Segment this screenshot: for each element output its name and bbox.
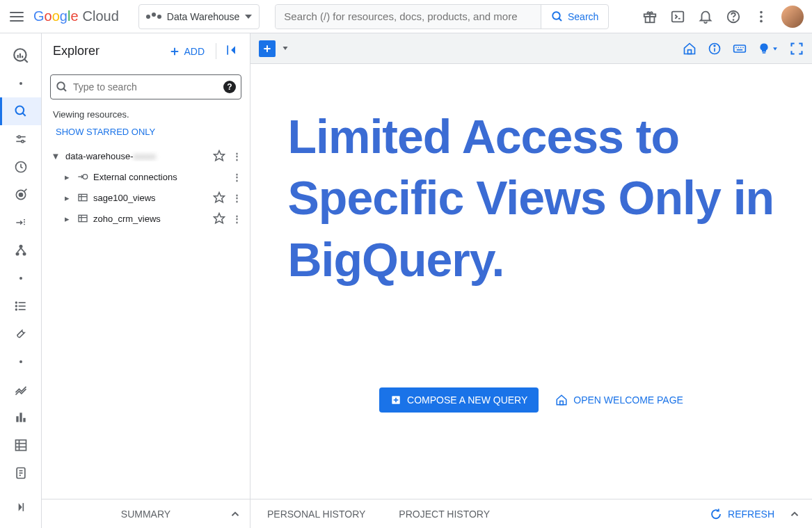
expand-arrow-icon[interactable]: ▸ bbox=[61, 214, 72, 224]
rail-doc[interactable] bbox=[0, 459, 41, 487]
rail-transfer[interactable] bbox=[0, 209, 41, 237]
add-button[interactable]: ADD bbox=[168, 45, 205, 58]
star-icon[interactable] bbox=[213, 150, 225, 162]
tab-dropdown[interactable] bbox=[281, 43, 289, 54]
tree-item-zoho[interactable]: ▸ zoho_crm_views ⋮ bbox=[47, 208, 244, 229]
home-icon[interactable] bbox=[683, 42, 696, 56]
dataset-icon bbox=[77, 192, 89, 203]
svg-point-75 bbox=[740, 47, 742, 48]
rail-target[interactable] bbox=[0, 181, 41, 209]
rail-grid[interactable] bbox=[0, 431, 41, 459]
tree-item-label: zoho_crm_views bbox=[93, 214, 209, 224]
tab-personal-history[interactable]: PERSONAL HISTORY bbox=[250, 499, 382, 528]
tree-item-external[interactable]: ▸ External connections ⋮ bbox=[47, 166, 244, 187]
project-picker[interactable]: Data Warehouse bbox=[138, 4, 260, 29]
avatar[interactable] bbox=[781, 6, 804, 28]
rail-bigquery-logo[interactable] bbox=[0, 42, 41, 70]
tab-personal-label: PERSONAL HISTORY bbox=[267, 509, 365, 520]
expand-arrow-icon[interactable]: ▸ bbox=[61, 172, 72, 182]
help-icon[interactable] bbox=[726, 9, 741, 24]
svg-line-18 bbox=[22, 113, 25, 116]
bell-icon[interactable] bbox=[698, 9, 713, 24]
svg-point-8 bbox=[733, 19, 734, 20]
svg-rect-15 bbox=[19, 54, 20, 58]
expand-arrow-icon[interactable]: ▸ bbox=[61, 193, 72, 203]
tree-project[interactable]: ▼ data-warehouse-xxxxx ⋮ bbox=[47, 145, 244, 166]
svg-point-27 bbox=[19, 245, 22, 248]
open-welcome-button[interactable]: OPEN WELCOME PAGE bbox=[555, 394, 683, 406]
tree-item-sage100[interactable]: ▸ sage100_views ⋮ bbox=[47, 187, 244, 208]
more-icon[interactable]: ⋮ bbox=[230, 214, 244, 224]
svg-rect-82 bbox=[560, 401, 564, 405]
svg-line-1 bbox=[559, 18, 562, 21]
topbar-actions bbox=[642, 6, 804, 28]
fullscreen-icon[interactable] bbox=[790, 42, 804, 56]
more-vert-icon[interactable] bbox=[754, 9, 769, 24]
show-starred-link[interactable]: SHOW STARRED ONLY bbox=[42, 124, 250, 145]
svg-rect-77 bbox=[737, 49, 742, 50]
keyboard-icon[interactable] bbox=[733, 42, 747, 56]
svg-point-25 bbox=[19, 193, 22, 197]
cloud-label: Cloud bbox=[83, 8, 119, 24]
star-icon[interactable] bbox=[213, 191, 225, 204]
svg-rect-40 bbox=[23, 418, 25, 422]
explorer-search-input[interactable] bbox=[50, 74, 241, 99]
rail-dot-2[interactable] bbox=[0, 264, 41, 292]
viewing-status: Viewing resources. bbox=[42, 105, 250, 124]
lightbulb-icon[interactable] bbox=[758, 42, 779, 56]
compose-label: COMPOSE A NEW QUERY bbox=[407, 394, 527, 406]
rail-expand-icon[interactable] bbox=[0, 493, 41, 521]
search-icon bbox=[551, 10, 564, 23]
svg-rect-14 bbox=[17, 55, 18, 58]
refresh-label: REFRESH bbox=[728, 509, 774, 520]
collapse-panel-button[interactable] bbox=[216, 43, 239, 59]
search-input[interactable] bbox=[276, 5, 541, 29]
svg-rect-72 bbox=[734, 45, 746, 52]
more-icon[interactable]: ⋮ bbox=[230, 151, 244, 161]
tab-summary[interactable]: SUMMARY bbox=[42, 499, 250, 528]
svg-point-53 bbox=[57, 82, 65, 90]
rail-search[interactable] bbox=[0, 97, 41, 125]
svg-point-73 bbox=[735, 47, 737, 48]
google-cloud-logo[interactable]: Google Cloud bbox=[33, 8, 119, 24]
tab-project-history[interactable]: PROJECT HISTORY bbox=[382, 499, 507, 528]
compose-query-button[interactable]: COMPOSE A NEW QUERY bbox=[379, 387, 539, 413]
rail-dot-1[interactable] bbox=[0, 70, 41, 97]
rail-tree[interactable] bbox=[0, 237, 41, 264]
project-label: data-warehouse-xxxxx bbox=[65, 151, 209, 161]
rail-bars[interactable] bbox=[0, 403, 41, 431]
rail-wrench[interactable] bbox=[0, 320, 41, 348]
svg-rect-52 bbox=[227, 45, 228, 54]
star-icon[interactable] bbox=[213, 212, 225, 225]
search-button[interactable]: Search bbox=[541, 5, 608, 29]
add-label: ADD bbox=[184, 46, 205, 57]
search-help-icon[interactable]: ? bbox=[223, 81, 236, 93]
svg-point-35 bbox=[15, 302, 17, 303]
terminal-icon[interactable] bbox=[670, 9, 685, 24]
info-icon[interactable] bbox=[708, 42, 722, 56]
plus-icon bbox=[168, 45, 181, 58]
more-icon[interactable]: ⋮ bbox=[230, 193, 244, 203]
resource-tree: ▼ data-warehouse-xxxxx ⋮ ▸ External conn… bbox=[42, 145, 250, 229]
svg-rect-41 bbox=[15, 440, 26, 451]
svg-rect-68 bbox=[688, 49, 692, 54]
refresh-button[interactable]: REFRESH bbox=[710, 508, 812, 520]
plus-box-icon bbox=[390, 394, 401, 406]
rail-list[interactable] bbox=[0, 292, 41, 320]
explorer-search: ? bbox=[50, 74, 241, 99]
dropdown-arrow-icon bbox=[245, 15, 252, 19]
top-bar: Google Cloud Data Warehouse Search bbox=[0, 0, 812, 33]
rail-clock[interactable] bbox=[0, 153, 41, 181]
headline-text: Limited Access to Specific Views Only in… bbox=[288, 106, 775, 290]
collapse-arrow-icon[interactable]: ▼ bbox=[50, 151, 61, 161]
rail-sliders[interactable] bbox=[0, 125, 41, 153]
menu-icon[interactable] bbox=[8, 8, 25, 25]
gift-icon[interactable] bbox=[642, 9, 658, 24]
search-icon bbox=[56, 81, 68, 93]
svg-line-31 bbox=[21, 248, 24, 253]
rail-dot-3[interactable] bbox=[0, 348, 41, 376]
rail-analytics[interactable] bbox=[0, 376, 41, 403]
new-tab-button[interactable] bbox=[259, 40, 276, 57]
more-icon[interactable]: ⋮ bbox=[230, 172, 244, 182]
plus-icon bbox=[262, 43, 273, 54]
